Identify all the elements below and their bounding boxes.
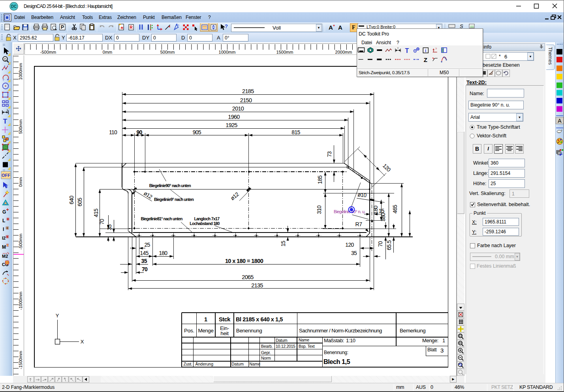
svg-text:Benennung:: Benennung: <box>324 350 348 355</box>
svg-text:1000mm: 1000mm <box>219 50 236 54</box>
svg-text:Bl 2185 x 640 x 1,5: Bl 2185 x 640 x 1,5 <box>236 316 283 323</box>
svg-text:A: A <box>558 118 562 124</box>
svg-text:Lochabstand 180: Lochabstand 180 <box>190 221 220 226</box>
svg-text:?: ? <box>435 47 437 51</box>
svg-text:Sachnummer / Norm-Kurzbezeichn: Sachnummer / Norm-Kurzbezeichnung <box>299 328 382 334</box>
svg-text:2010: 2010 <box>232 105 244 112</box>
svg-text:*: * <box>499 54 501 59</box>
svg-text:R: R <box>130 25 133 30</box>
svg-text:120: 120 <box>382 162 392 173</box>
svg-text:310: 310 <box>316 205 322 214</box>
svg-text:S: S <box>460 23 463 29</box>
svg-text:Bearb.: Bearb. <box>261 344 273 349</box>
svg-text:2135: 2135 <box>251 282 263 289</box>
svg-text:Blech 1,5: Blech 1,5 <box>323 358 350 365</box>
svg-text:145: 145 <box>140 250 149 256</box>
svg-text:i: i <box>425 48 426 53</box>
svg-text:465: 465 <box>392 204 398 213</box>
svg-text:70: 70 <box>377 241 384 247</box>
svg-text:OFF: OFF <box>2 173 10 178</box>
svg-text:I2: I2 <box>2 236 6 240</box>
svg-text:0mm: 0mm <box>103 50 112 54</box>
svg-text:10.12.2015: 10.12.2015 <box>276 344 295 349</box>
svg-text:?: ? <box>2 78 4 82</box>
svg-text:I: I <box>3 227 4 232</box>
svg-text:X: X <box>81 339 84 345</box>
svg-text:Z: Z <box>424 56 427 63</box>
svg-text:120: 120 <box>345 242 354 248</box>
svg-text:1000mm: 1000mm <box>18 63 23 80</box>
svg-text:ø10: ø10 <box>357 191 367 199</box>
svg-text:?: ? <box>225 23 228 29</box>
svg-text:605: 605 <box>77 197 83 206</box>
svg-text:415: 415 <box>93 208 99 217</box>
svg-text:70: 70 <box>142 266 148 272</box>
svg-text:1: 1 <box>204 316 207 323</box>
svg-text:Änderung: Änderung <box>196 362 214 366</box>
svg-text:Biegelinie90° nach unten: Biegelinie90° nach unten <box>149 183 191 188</box>
svg-text:heit: heit <box>220 330 229 336</box>
svg-text:Bemerkung: Bemerkung <box>400 328 425 334</box>
svg-text:Gepr.: Gepr. <box>261 350 271 355</box>
svg-text:L: L <box>2 218 5 223</box>
svg-text:815: 815 <box>291 129 300 135</box>
svg-text:Langloch 7x17: Langloch 7x17 <box>194 216 220 221</box>
svg-text:65.5: 65.5 <box>386 240 392 250</box>
svg-text:Stck: Stck <box>219 316 231 323</box>
svg-text:1925: 1925 <box>226 122 237 128</box>
svg-text:500mm: 500mm <box>18 120 23 134</box>
svg-text:ø12: ø12 <box>143 190 154 200</box>
svg-text:P: P <box>61 24 64 30</box>
svg-text:-1000mm: -1000mm <box>18 292 23 310</box>
svg-text:640: 640 <box>69 195 75 204</box>
svg-text:35: 35 <box>351 250 357 256</box>
svg-text:Y: Y <box>56 313 59 319</box>
svg-text:2150: 2150 <box>240 97 252 103</box>
svg-text:1:10: 1:10 <box>346 338 355 343</box>
svg-text:Biegelinie81° nach unten: Biegelinie81° nach unten <box>141 216 182 221</box>
svg-text:Bsp. Text: Bsp. Text <box>299 344 315 349</box>
svg-text:ø12: ø12 <box>229 191 240 201</box>
svg-text:R: R <box>121 26 124 30</box>
svg-text:25: 25 <box>144 242 150 248</box>
svg-text:70: 70 <box>99 219 105 225</box>
svg-text:Datum: Datum <box>276 338 288 343</box>
svg-text:Biegelinie9° nach unten: Biegelinie9° nach unten <box>154 197 194 202</box>
svg-text:Name: Name <box>249 362 260 366</box>
svg-text:M: M <box>2 244 6 250</box>
svg-text:Menge: Menge <box>198 328 214 334</box>
svg-text:-500mm: -500mm <box>40 50 56 54</box>
svg-text:Blatt: Blatt <box>427 347 437 353</box>
svg-text:1: 1 <box>442 338 445 343</box>
svg-text:Q: Q <box>4 57 6 61</box>
svg-text:185: 185 <box>317 175 323 184</box>
svg-text:I: I <box>487 146 489 152</box>
svg-text:15: 15 <box>280 241 286 247</box>
svg-text:10 x 180 = 1800: 10 x 180 = 1800 <box>225 258 263 264</box>
svg-text:905: 905 <box>193 129 201 135</box>
svg-text:73: 73 <box>326 151 333 157</box>
svg-text:1500mm: 1500mm <box>276 50 293 54</box>
svg-text:A: A <box>329 24 333 31</box>
svg-text:0mm: 0mm <box>18 177 23 187</box>
svg-text:180: 180 <box>372 205 379 214</box>
svg-text:+: + <box>333 24 335 28</box>
svg-text:-500mm: -500mm <box>18 234 23 249</box>
svg-text:A: A <box>338 24 342 31</box>
svg-text:2185: 2185 <box>242 88 254 94</box>
svg-text:15: 15 <box>379 208 385 214</box>
svg-text:B: B <box>475 146 479 152</box>
svg-text:110: 110 <box>109 129 117 135</box>
svg-text:Datum: Datum <box>231 362 244 366</box>
svg-text:T: T <box>405 47 409 54</box>
svg-text:2065: 2065 <box>242 274 254 280</box>
svg-text:T: T <box>3 118 8 125</box>
svg-text:Maßstab:: Maßstab: <box>324 338 344 343</box>
svg-text:Menge:: Menge: <box>422 338 438 343</box>
svg-text:x: x <box>7 109 8 111</box>
svg-text:500mm: 500mm <box>160 50 175 54</box>
svg-text:6: 6 <box>504 54 507 60</box>
svg-text:2000mm: 2000mm <box>335 50 352 54</box>
svg-text:Benennung: Benennung <box>236 328 262 334</box>
svg-text:x: x <box>397 47 399 49</box>
